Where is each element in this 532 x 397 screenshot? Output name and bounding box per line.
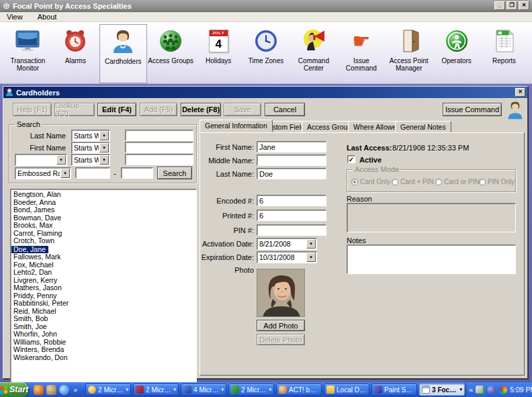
- close-button[interactable]: ✕: [519, 1, 529, 10]
- toolbar-item-access-groups[interactable]: Access Groups: [147, 24, 195, 83]
- list-item[interactable]: Bengtson, Alan: [11, 191, 196, 199]
- menu-about[interactable]: About: [36, 13, 58, 21]
- list-item[interactable]: Lehto2, Dan: [11, 269, 196, 277]
- active-label: Active: [359, 156, 382, 164]
- list-item[interactable]: Whorfin, John: [11, 330, 196, 339]
- list-item[interactable]: Rabbitinski, Peter: [11, 300, 196, 308]
- printed-number-label: Printed #:: [203, 212, 254, 220]
- toolbar-label: Transaction Monitor: [4, 57, 52, 72]
- tray-chevron-button[interactable]: «: [469, 386, 473, 394]
- embossed-range-dropdown[interactable]: Embossed Rang ▼: [15, 167, 71, 179]
- range-from-input[interactable]: [75, 167, 110, 179]
- toolbar-item-issue-command[interactable]: ☛ Issue Command: [337, 24, 385, 83]
- tab-general-notes[interactable]: General Notes: [395, 121, 451, 132]
- toolbar-item-reports[interactable]: Reports: [480, 24, 528, 83]
- toolbar-item-command-center[interactable]: Command Center: [290, 24, 337, 83]
- quick-launch-overflow-button[interactable]: »: [72, 386, 79, 394]
- search-first-name-input[interactable]: [125, 142, 193, 153]
- task-button-local-disk[interactable]: Local Disk...: [324, 384, 369, 396]
- tray-icon-1[interactable]: [476, 386, 484, 394]
- radio-card-or-pin: [435, 179, 442, 185]
- cardholders-dialog: Cardholders ✕ Help (F1) Lookup (F2) Edit…: [3, 86, 528, 379]
- edit-button[interactable]: Edit (F4): [97, 103, 136, 116]
- search-last-name-operator[interactable]: Starts With ▼: [71, 130, 110, 142]
- cardholder-avatar-icon: [506, 100, 525, 122]
- list-item[interactable]: Fallowes, Mark: [11, 253, 196, 261]
- menu-view[interactable]: View: [5, 13, 24, 21]
- task-button-act[interactable]: ACT! by ...: [276, 384, 322, 396]
- first-name-input[interactable]: [257, 141, 326, 152]
- taskbar: Start » 2 Micros... ▾ 2 Micros... ▾ 4 M: [0, 382, 532, 397]
- search-field-input[interactable]: [125, 154, 193, 165]
- task-button-focal-point[interactable]: 3 Focal ... ▾: [419, 384, 465, 396]
- task-button-excel[interactable]: 2 Micros... ▾: [228, 384, 274, 396]
- delete-button[interactable]: Delete (F8): [181, 103, 221, 116]
- list-item[interactable]: Winters, Brenda: [11, 346, 196, 354]
- notes-textarea[interactable]: [347, 245, 516, 274]
- pin-number-input[interactable]: [257, 224, 326, 236]
- screen: ⊕ Focal Point by Access Specialties _ ❐ …: [0, 0, 532, 397]
- cancel-button[interactable]: Cancel: [265, 103, 305, 116]
- tray-icon-2[interactable]: [487, 386, 496, 394]
- active-checkbox[interactable]: ✓: [347, 155, 355, 163]
- search-button[interactable]: Search: [157, 167, 192, 179]
- activation-date-combo[interactable]: 8/21/2008 ▼: [257, 238, 317, 250]
- list-item[interactable]: Wiskerando, Don: [11, 354, 196, 362]
- search-last-name-label: Last Name: [12, 132, 66, 140]
- minimize-button[interactable]: _: [494, 1, 505, 10]
- combo-arrow-icon[interactable]: ▼: [99, 143, 109, 152]
- quick-launch-icon-3[interactable]: [59, 385, 69, 395]
- list-item[interactable]: Bond, James: [11, 206, 196, 214]
- start-button[interactable]: Start: [0, 382, 28, 397]
- issue-command-button[interactable]: Issue Command: [443, 103, 502, 116]
- search-last-name-input[interactable]: [125, 130, 193, 141]
- search-group-legend: Search: [15, 120, 42, 128]
- dropdown-arrow-icon: ▾: [126, 387, 129, 392]
- task-buttons: 2 Micros... ▾ 2 Micros... ▾ 4 Micros... …: [84, 384, 466, 396]
- dialog-close-button[interactable]: ✕: [515, 88, 525, 97]
- excel-icon: [231, 386, 239, 394]
- task-button-outlook[interactable]: 2 Micros... ▾: [85, 384, 131, 396]
- toolbar-item-holidays[interactable]: JULY 4 Holidays: [195, 24, 242, 83]
- toolbar-item-operators[interactable]: Operators: [433, 24, 480, 83]
- combo-arrow-icon[interactable]: ▼: [56, 155, 66, 165]
- last-name-input[interactable]: [257, 168, 326, 179]
- search-first-name-operator[interactable]: Starts With ▼: [71, 142, 110, 154]
- monitor-icon: [14, 26, 41, 56]
- toolbar-item-alarms[interactable]: Alarms: [52, 24, 99, 83]
- combo-arrow-icon[interactable]: ▼: [306, 239, 316, 249]
- search-field-dropdown[interactable]: ▼: [15, 154, 67, 166]
- list-item[interactable]: Brooks, Max: [11, 222, 196, 230]
- list-item[interactable]: Crotch, Town: [11, 237, 196, 245]
- list-item[interactable]: Smith, Bob: [11, 315, 196, 323]
- combo-arrow-icon[interactable]: ▼: [99, 131, 109, 140]
- toolbar-item-cardholders[interactable]: Cardholders: [99, 24, 147, 83]
- dropdown-arrow-icon: ▾: [222, 387, 224, 392]
- task-button-microsoft-2[interactable]: 2 Micros... ▾: [133, 384, 179, 396]
- add-photo-button[interactable]: Add Photo: [257, 320, 305, 331]
- task-button-word[interactable]: 4 Micros... ▾: [181, 384, 226, 396]
- search-field-operator[interactable]: Starts With ▼: [71, 154, 110, 166]
- task-button-paint-shop[interactable]: Paint Sho...: [371, 384, 417, 396]
- toolbar-item-transaction-monitor[interactable]: Transaction Monitor: [4, 24, 52, 83]
- range-to-input[interactable]: [121, 167, 153, 179]
- restore-button[interactable]: ❐: [506, 1, 517, 10]
- encoded-number-input[interactable]: [257, 195, 326, 206]
- quick-launch-icon-1[interactable]: [34, 385, 44, 395]
- tray-icon-3[interactable]: [498, 386, 507, 394]
- middle-name-input[interactable]: [257, 155, 326, 166]
- system-tray: « 5:09 PM: [466, 382, 532, 397]
- report-icon: [491, 26, 518, 56]
- access-mode-group: Access Mode Card Only Card + PIN Card or…: [347, 169, 516, 192]
- tab-general-information[interactable]: General Information: [200, 120, 273, 132]
- combo-arrow-icon[interactable]: ▼: [60, 169, 70, 178]
- toolbar-label: Alarms: [65, 57, 86, 64]
- printed-number-input[interactable]: [257, 210, 326, 221]
- quick-launch-icon-2[interactable]: [46, 385, 56, 395]
- toolbar-item-time-zones[interactable]: Time Zones: [242, 24, 290, 83]
- expiration-date-combo[interactable]: 10/31/2008 ▼: [257, 251, 317, 263]
- combo-arrow-icon[interactable]: ▼: [99, 155, 109, 165]
- list-item[interactable]: Mathers, Jason: [11, 284, 196, 292]
- toolbar-item-access-point-manager[interactable]: Access Point Manager: [385, 24, 433, 83]
- combo-arrow-icon[interactable]: ▼: [306, 253, 316, 262]
